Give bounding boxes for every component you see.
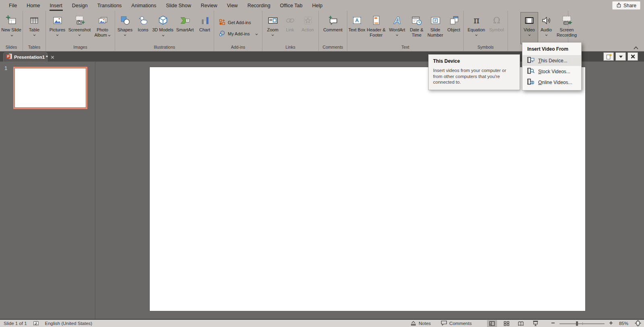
tab-list-dropdown-button[interactable] [615, 52, 626, 61]
zoom-out-button[interactable] [551, 321, 555, 326]
tab-close-icon[interactable] [51, 53, 54, 61]
object-button[interactable]: Object [445, 12, 463, 44]
ribbon-group-add-ins: Get Add-ins My Add-ins Add-ins [214, 11, 262, 51]
menu-help[interactable]: Help [307, 0, 327, 11]
pictures-button[interactable]: Pictures [47, 12, 68, 44]
svg-text:A: A [355, 18, 359, 23]
icons-button[interactable]: Icons [135, 12, 152, 44]
ribbon-group-label: Slides [0, 44, 23, 51]
date-time-button[interactable]: Date & Time [408, 12, 426, 44]
spell-check-icon[interactable] [33, 321, 39, 327]
ribbon-group-label: Images [46, 44, 115, 51]
svg-text:Ω: Ω [493, 15, 500, 25]
document-tab[interactable]: P Presentation1 * [3, 52, 47, 62]
menu-review[interactable]: Review [196, 0, 222, 11]
ribbon-group-label: Text [347, 44, 463, 51]
menu-bar: File Home Insert Design Transitions Anim… [0, 0, 644, 11]
menu-slide-show[interactable]: Slide Show [161, 0, 196, 11]
slide-canvas[interactable] [149, 67, 586, 311]
slide-sorter-view-button[interactable] [502, 320, 512, 327]
reading-view-button[interactable] [516, 320, 526, 327]
shapes-button[interactable]: Shapes [116, 12, 135, 44]
insert-video-dropdown: Insert Video From This Device... Stock V… [522, 42, 582, 90]
stock-videos-icon [527, 67, 535, 76]
normal-view-button[interactable] [487, 320, 497, 327]
audio-button[interactable]: Audio [538, 12, 554, 44]
zoom-screen-icon [267, 13, 279, 27]
language-indicator[interactable]: English (United States) [45, 321, 93, 326]
photo-album-button[interactable]: Photo Album [91, 12, 114, 44]
svg-text:A: A [393, 14, 401, 25]
video-from-device-icon [527, 56, 535, 65]
smartart-icon [179, 13, 191, 27]
close-tab-button[interactable] [627, 52, 638, 61]
slide-1-thumbnail[interactable] [13, 67, 87, 109]
equation-button[interactable]: π Equation [466, 12, 487, 44]
svg-text:P: P [7, 54, 10, 58]
3d-models-button[interactable]: 3D Models [152, 12, 174, 44]
menu-item-online-videos[interactable]: Online Videos... [522, 77, 581, 88]
slide-show-view-button[interactable] [530, 320, 541, 327]
wordart-icon: A [391, 13, 403, 27]
slide-number-label: 1 [4, 65, 7, 71]
ribbon-group-label: Illustrations [115, 44, 214, 51]
ribbon-group-label: Tables [23, 44, 45, 51]
ribbon-group-label: Symbols [464, 44, 508, 51]
text-box-icon: A [351, 13, 363, 27]
menu-item-this-device[interactable]: This Device... [522, 55, 581, 66]
comment-button[interactable]: Comment [320, 12, 345, 44]
symbol-button: Ω Symbol [487, 12, 506, 44]
audio-speaker-icon [540, 13, 552, 27]
zoom-in-button[interactable] [609, 321, 613, 326]
menu-transitions[interactable]: Transitions [93, 0, 127, 11]
powerpoint-file-icon: P [6, 53, 12, 61]
ribbon-group-images: Pictures Screenshot Photo Album Images [46, 11, 115, 51]
comments-toggle[interactable]: Comments [441, 320, 472, 327]
fit-slide-to-window-button[interactable] [635, 320, 641, 327]
ribbon-group-label: Links [262, 44, 318, 51]
table-button[interactable]: Table [24, 12, 45, 44]
collapse-ribbon-button[interactable] [633, 44, 640, 49]
my-add-ins-button[interactable]: My Add-ins [219, 30, 258, 37]
share-button[interactable]: Share [612, 1, 640, 10]
text-box-button[interactable]: A Text Box [348, 12, 366, 44]
menu-item-stock-videos[interactable]: Stock Videos... [522, 66, 581, 77]
menu-recording[interactable]: Recording [243, 0, 275, 11]
header-footer-button[interactable]: Header & Footer [366, 12, 387, 44]
menu-design[interactable]: Design [67, 0, 93, 11]
share-icon [616, 2, 621, 9]
menu-animations[interactable]: Animations [126, 0, 161, 11]
icons-duck-icon [137, 13, 149, 27]
slide-counter: Slide 1 of 1 [4, 321, 27, 326]
menu-office-tab[interactable]: Office Tab [275, 0, 308, 11]
chart-button[interactable]: Chart [196, 12, 214, 44]
menu-insert[interactable]: Insert [45, 0, 67, 11]
workspace: 1 [0, 62, 644, 319]
notes-toggle[interactable]: Notes [410, 321, 431, 327]
menu-home[interactable]: Home [22, 0, 45, 11]
tab-bar-controls [603, 52, 638, 61]
zoom-slider-handle[interactable] [576, 321, 578, 326]
new-document-button[interactable] [603, 52, 614, 61]
dropdown-header: Insert Video From [522, 43, 581, 55]
zoom-level[interactable]: 85% [619, 321, 628, 326]
slide-number-button[interactable]: # Slide Number [426, 12, 445, 44]
smartart-button[interactable]: SmartArt [174, 12, 196, 44]
screenshot-button[interactable]: Screenshot [68, 12, 91, 44]
slide-number-icon: # [429, 13, 442, 27]
svg-text:#: # [434, 19, 436, 23]
online-videos-icon [527, 78, 535, 86]
zoom-button[interactable]: Zoom [264, 12, 282, 44]
menu-file[interactable]: File [4, 0, 22, 11]
new-slide-button[interactable]: New Slide [1, 12, 22, 44]
menu-view[interactable]: View [222, 0, 243, 11]
ribbon-group-slides: New Slide Slides [0, 11, 23, 51]
wordart-button[interactable]: A WordArt [387, 12, 408, 44]
ribbon-group-comments: Comment Comments [319, 11, 347, 51]
video-button[interactable]: Video [520, 12, 538, 44]
get-add-ins-button[interactable]: Get Add-ins [219, 19, 251, 26]
zoom-slider[interactable] [559, 320, 605, 327]
tooltip-body: Insert videos from your computer or from… [433, 68, 515, 85]
chevron-down-icon [475, 33, 478, 37]
this-device-tooltip: This Device Insert videos from your comp… [428, 54, 520, 90]
